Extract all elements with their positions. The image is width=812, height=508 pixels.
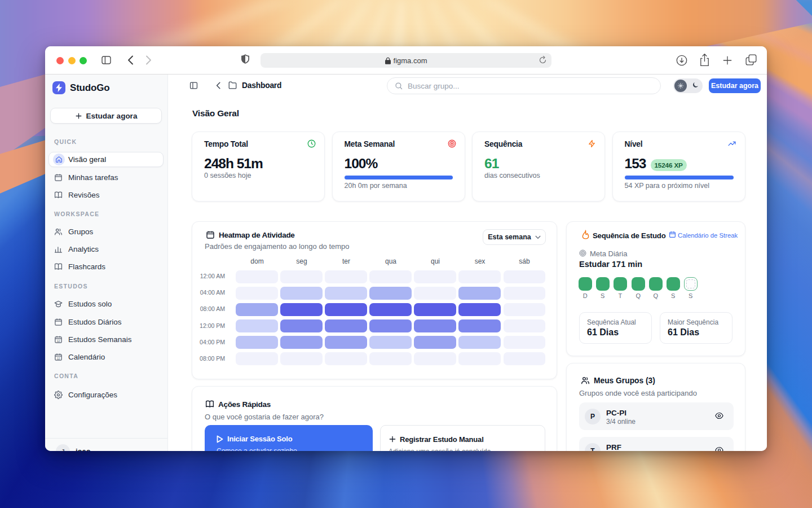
svg-text:12: 12 — [57, 339, 60, 342]
svg-text:12: 12 — [57, 356, 60, 360]
